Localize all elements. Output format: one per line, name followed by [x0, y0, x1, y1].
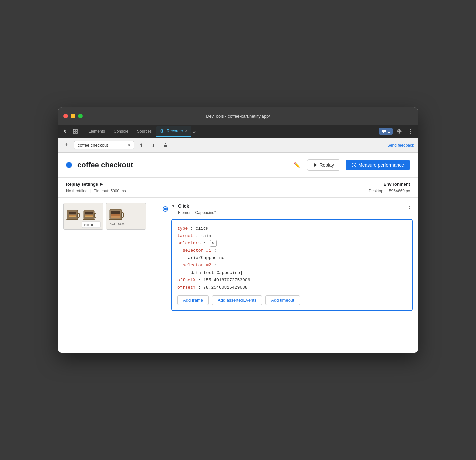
thumbnails-column: $10.00 Etoile: $6.00 [58, 203, 151, 315]
code-selector2-line: selector #2 : [177, 262, 407, 269]
recorder-toolbar: + coffee checkout ▾ Send feedback [58, 138, 418, 153]
tab-console[interactable]: Console [110, 126, 132, 137]
step-dot [163, 207, 167, 211]
code-selector1-val-line: aria/Cappucino [177, 254, 407, 262]
tab-recorder[interactable]: Recorder × [156, 126, 191, 137]
code-selector2-val: [data-test=Cappucino] [188, 270, 243, 275]
code-offsety-val: 78.25460815429688 [203, 285, 248, 290]
edit-title-icon[interactable]: ✏️ [292, 161, 302, 170]
env-separator [386, 189, 386, 193]
step-description: Element "Cappucino" [171, 210, 413, 215]
code-target-val: main [201, 233, 211, 238]
svg-rect-20 [85, 215, 93, 216]
svg-rect-3 [76, 132, 77, 133]
minimize-button[interactable] [71, 114, 75, 118]
pointer-icon[interactable] [61, 127, 70, 136]
step-header: ▼ Click ⋮ [171, 203, 413, 209]
steps-column: ▼ Click ⋮ Element "Cappucino" type : cli… [151, 203, 418, 315]
settings-expand-icon[interactable]: ▶ [100, 182, 103, 186]
svg-point-5 [162, 130, 163, 132]
step-expand-icon[interactable]: ▼ [171, 204, 175, 208]
send-feedback-link[interactable]: Send feedback [387, 143, 414, 148]
step-type-label: Click [178, 203, 189, 209]
svg-point-7 [410, 131, 411, 132]
close-button[interactable] [63, 114, 68, 118]
settings-separator: | [90, 189, 91, 193]
add-asserted-events-button[interactable]: Add assertedEvents [212, 295, 262, 305]
svg-rect-15 [69, 216, 76, 217]
code-type-key: type [177, 226, 188, 231]
svg-rect-21 [85, 216, 93, 217]
code-target-key: target [177, 233, 193, 238]
recorder-tab-close[interactable]: × [185, 129, 187, 133]
recording-title: coffee checkout [77, 161, 287, 169]
more-options-icon[interactable] [406, 127, 415, 136]
device-value: Desktop [369, 189, 383, 193]
code-colon-2: : [196, 233, 201, 238]
svg-text:$10.00: $10.00 [84, 223, 93, 227]
code-selector1-line: selector #1 : [177, 247, 407, 254]
code-colon-7: : [198, 285, 203, 290]
chat-badge-button[interactable]: 1 [379, 128, 393, 135]
code-target-line: target : main [177, 232, 407, 240]
settings-values: No throttling | Timeout: 5000 ms [66, 189, 369, 193]
code-selectors-line: selectors : [177, 240, 407, 247]
environment-title: Environment [369, 182, 410, 187]
environment-settings: Environment Desktop 596×669 px [369, 182, 410, 193]
delete-button[interactable] [161, 141, 170, 150]
code-colon-5: : [214, 263, 217, 268]
thumbnail-2[interactable]: Etoile: $6.00 [106, 203, 146, 230]
measure-performance-button[interactable]: Measure performance [346, 160, 410, 170]
step-more-options-icon[interactable]: ⋮ [407, 203, 413, 209]
code-colon-1: : [190, 226, 196, 231]
inspect-icon[interactable] [71, 127, 80, 136]
svg-rect-28 [111, 211, 120, 214]
svg-rect-32 [109, 219, 122, 220]
recorder-main: coffee checkout ✏️ Replay Measure perfor… [58, 153, 418, 353]
code-offsety-line: offsetY : 78.25460815429688 [177, 284, 407, 291]
code-colon-6: : [198, 278, 203, 283]
add-timeout-button[interactable]: Add timeout [265, 295, 300, 305]
recording-status-dot [66, 162, 72, 168]
traffic-lights [63, 114, 83, 118]
settings-bar: Replay settings ▶ No throttling | Timeou… [58, 178, 418, 198]
svg-point-8 [410, 133, 411, 134]
svg-rect-2 [73, 132, 75, 133]
devtools-right-controls: 1 [379, 127, 415, 136]
thumbnail-coffee-2-svg: Etoile: $6.00 [106, 203, 146, 230]
svg-rect-0 [73, 129, 75, 131]
more-tabs-button[interactable]: » [192, 127, 197, 135]
svg-point-6 [410, 129, 411, 130]
svg-rect-1 [76, 129, 77, 131]
upload-button[interactable] [137, 141, 146, 150]
recording-select[interactable]: coffee checkout ▾ [74, 141, 134, 149]
replay-settings: Replay settings ▶ No throttling | Timeou… [66, 182, 369, 193]
tab-separator [82, 128, 82, 135]
code-offsety-key: offsetY [177, 285, 196, 290]
svg-rect-23 [83, 219, 95, 220]
tab-elements[interactable]: Elements [84, 126, 109, 137]
new-recording-button[interactable]: + [62, 141, 71, 150]
thumbnail-coffee-svg: $10.00 [64, 203, 103, 230]
title-bar: DevTools - coffee-cart.netlify.app/ [58, 107, 418, 125]
code-offsetx-key: offsetX [177, 278, 196, 283]
add-frame-button[interactable]: Add frame [177, 295, 209, 305]
recording-name-label: coffee checkout [78, 143, 108, 148]
resolution-value: 596×669 px [389, 189, 410, 193]
replay-button[interactable]: Replay [307, 159, 340, 171]
download-button[interactable] [149, 141, 158, 150]
code-type-val: click [196, 226, 209, 231]
devtools-window: DevTools - coffee-cart.netlify.app/ Elem… [58, 107, 418, 353]
code-selector1-val: aria/Cappucino [188, 255, 224, 260]
maximize-button[interactable] [78, 114, 83, 118]
code-colon-4: : [214, 248, 217, 253]
tab-sources[interactable]: Sources [133, 126, 156, 137]
svg-rect-14 [69, 215, 76, 216]
svg-rect-29 [111, 214, 120, 216]
svg-rect-19 [85, 212, 93, 214]
settings-gear-icon[interactable] [395, 127, 404, 136]
selector-tool-icon[interactable] [210, 240, 217, 247]
svg-rect-13 [69, 212, 76, 214]
thumbnail-1[interactable]: $10.00 [63, 203, 103, 230]
svg-rect-17 [66, 219, 78, 220]
